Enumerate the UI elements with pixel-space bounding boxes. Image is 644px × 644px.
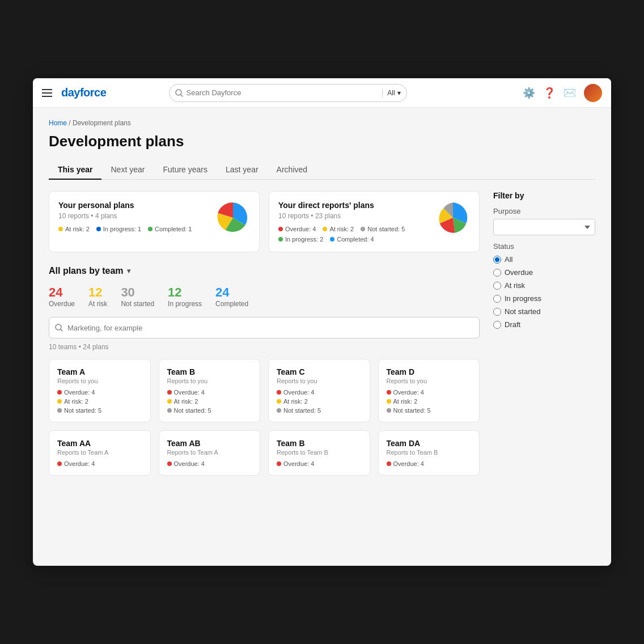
team-c-stats: Overdue: 4 At risk: 2 Not started: 5 xyxy=(277,389,362,414)
team-d-name: Team D xyxy=(387,367,472,376)
menu-icon[interactable] xyxy=(42,89,52,97)
completed-dot xyxy=(148,227,152,231)
team-search-input[interactable] xyxy=(67,324,473,332)
purpose-label: Purpose xyxy=(493,207,595,215)
team-d-not-started: Not started: 5 xyxy=(387,407,472,414)
team-card-da[interactable]: Team DA Reports to Team B Overdue: 4 xyxy=(378,430,480,476)
team-card-ab[interactable]: Team AB Reports to Team A Overdue: 4 xyxy=(159,430,261,476)
legend-completed-2: Completed: 4 xyxy=(330,236,374,243)
status-not-started-radio[interactable] xyxy=(493,308,501,316)
dot xyxy=(57,390,62,395)
legend-in-progress-2: In progress: 2 xyxy=(278,236,323,243)
filter-sidebar: Filter by Purpose All purposes Career gr… xyxy=(493,191,595,476)
status-draft-radio[interactable] xyxy=(493,321,501,329)
tab-this-year[interactable]: This year xyxy=(49,160,101,180)
stat-in-progress-label: In progress xyxy=(168,300,202,308)
team-a-at-risk: At risk: 2 xyxy=(57,398,142,405)
team-b-overdue: Overdue: 4 xyxy=(167,389,252,396)
dot xyxy=(277,399,281,404)
tab-last-year[interactable]: Last year xyxy=(217,160,268,180)
team-b-stats: Overdue: 4 At risk: 2 Not started: 5 xyxy=(167,389,252,414)
dot xyxy=(57,408,62,413)
breadcrumb: Home / Development plans xyxy=(49,119,595,127)
status-in-progress[interactable]: In progress xyxy=(493,294,595,303)
stat-not-started-label: Not started xyxy=(121,300,154,308)
team-c-at-risk: At risk: 2 xyxy=(277,398,362,405)
stat-at-risk-number: 12 xyxy=(88,285,107,300)
legend-overdue: Overdue: 4 xyxy=(278,226,316,232)
team-a-name: Team A xyxy=(57,367,142,376)
status-at-risk-radio[interactable] xyxy=(493,282,501,290)
team-a-stats: Overdue: 4 At risk: 2 Not started: 5 xyxy=(57,389,142,414)
reports-card-legend: Overdue: 4 At risk: 2 Not started: 5 xyxy=(278,226,436,243)
status-label: Status xyxy=(493,242,595,251)
personal-pie-chart xyxy=(216,201,250,235)
team-card-a[interactable]: Team A Reports to you Overdue: 4 At risk… xyxy=(49,359,151,422)
status-all-radio[interactable] xyxy=(493,256,501,264)
breadcrumb-home[interactable]: Home xyxy=(49,119,67,127)
legend-in-progress: In progress: 1 xyxy=(96,226,141,232)
overdue-dot xyxy=(278,227,283,231)
header: dayforce All ▾ ⚙️ ❓ ✉️ xyxy=(33,78,611,108)
left-content: Your personal plans 10 reports • 4 plans… xyxy=(49,191,480,476)
status-options: All Overdue At risk In progress Not star… xyxy=(493,255,595,329)
status-in-progress-radio[interactable] xyxy=(493,295,501,303)
dot xyxy=(167,390,172,395)
help-icon[interactable]: ❓ xyxy=(543,87,556,99)
legend-completed: Completed: 1 xyxy=(148,226,192,232)
team-card-d[interactable]: Team D Reports to you Overdue: 4 At risk… xyxy=(378,359,480,422)
personal-card-info: Your personal plans 10 reports • 4 plans… xyxy=(58,201,192,232)
stat-overdue: 24 Overdue xyxy=(49,285,75,308)
personal-card-title: Your personal plans xyxy=(58,201,192,210)
stat-completed-label: Completed xyxy=(215,300,248,308)
purpose-select[interactable]: All purposes Career growth Performance xyxy=(493,219,595,235)
search-input[interactable] xyxy=(187,88,379,97)
settings-icon[interactable]: ⚙️ xyxy=(523,87,535,99)
team-c-overdue: Overdue: 4 xyxy=(277,389,362,396)
dot xyxy=(277,461,281,466)
status-draft[interactable]: Draft xyxy=(493,320,595,329)
team-aa-stats: Overdue: 4 xyxy=(57,460,142,467)
app-window: dayforce All ▾ ⚙️ ❓ ✉️ Home / Developmen… xyxy=(33,78,611,566)
tabs: This year Next year Future years Last ye… xyxy=(49,160,595,180)
status-overdue-radio[interactable] xyxy=(493,269,501,277)
dot xyxy=(277,390,281,395)
in-progress-2-dot xyxy=(278,237,283,242)
dot xyxy=(167,399,172,404)
team-da-name: Team DA xyxy=(387,439,472,448)
team-card-c[interactable]: Team C Reports to you Overdue: 4 At risk… xyxy=(268,359,370,422)
mail-icon[interactable]: ✉️ xyxy=(564,87,576,99)
team-card-b2[interactable]: Team B Reports to Team B Overdue: 4 xyxy=(268,430,370,476)
stat-in-progress-number: 12 xyxy=(168,285,202,300)
stat-completed: 24 Completed xyxy=(215,285,248,308)
team-c-name: Team C xyxy=(277,367,362,376)
team-card-b[interactable]: Team B Reports to you Overdue: 4 At risk… xyxy=(159,359,261,422)
section-chevron[interactable]: ▾ xyxy=(127,267,130,275)
not-started-dot xyxy=(361,227,365,231)
stat-overdue-number: 24 xyxy=(49,285,75,300)
team-d-at-risk: At risk: 2 xyxy=(387,398,472,405)
tab-next-year[interactable]: Next year xyxy=(101,160,154,180)
dot xyxy=(277,408,281,413)
search-filter-dropdown[interactable]: All ▾ xyxy=(382,89,400,97)
avatar[interactable] xyxy=(584,84,602,102)
team-c-not-started: Not started: 5 xyxy=(277,407,362,414)
personal-plans-card: Your personal plans 10 reports • 4 plans… xyxy=(49,191,260,252)
status-not-started[interactable]: Not started xyxy=(493,307,595,316)
reports-card-sub: 10 reports • 23 plans xyxy=(278,212,436,220)
team-da-overdue: Overdue: 4 xyxy=(387,460,472,467)
status-at-risk[interactable]: At risk xyxy=(493,281,595,290)
team-card-aa[interactable]: Team AA Reports to Team A Overdue: 4 xyxy=(49,430,151,476)
completed-2-dot xyxy=(330,237,334,242)
stat-in-progress: 12 In progress xyxy=(168,285,202,308)
legend-at-risk: At risk: 2 xyxy=(58,226,90,232)
tab-archived[interactable]: Archived xyxy=(268,160,316,180)
status-overdue[interactable]: Overdue xyxy=(493,268,595,277)
team-b-not-started: Not started: 5 xyxy=(167,407,252,414)
tab-future-years[interactable]: Future years xyxy=(154,160,217,180)
reports-card-info: Your direct reports' plans 10 reports • … xyxy=(278,201,436,243)
team-da-sub: Reports to Team B xyxy=(387,449,472,456)
app-logo: dayforce xyxy=(61,86,106,99)
status-all[interactable]: All xyxy=(493,255,595,264)
team-b-at-risk: At risk: 2 xyxy=(167,398,252,405)
